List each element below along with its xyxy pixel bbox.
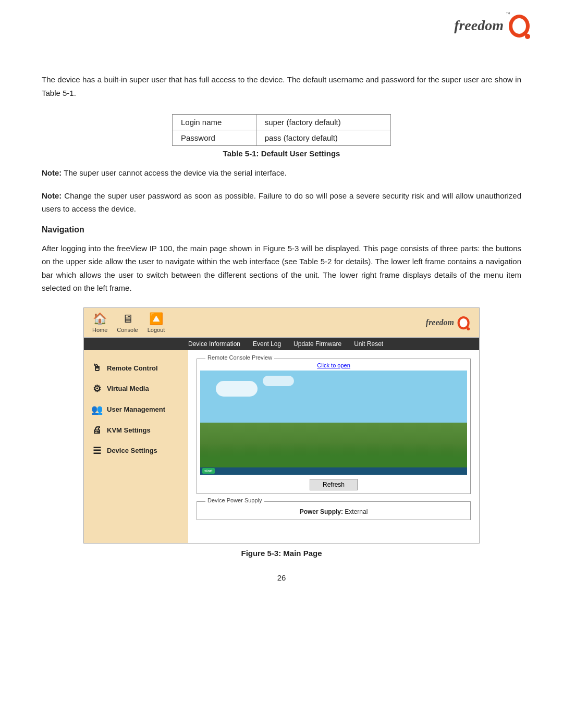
console-icon: 🖥: [122, 312, 133, 326]
page-number: 26: [42, 573, 521, 582]
table-cell-value-1: super (factory default): [256, 115, 390, 130]
mockup-nav-icons: 🏠 Home 🖥 Console 🔼 Logout: [92, 312, 165, 333]
table-row: Password pass (factory default): [173, 130, 391, 146]
ui-mockup: 🏠 Home 🖥 Console 🔼 Logout freedom: [83, 307, 480, 544]
virtual-media-icon: ⚙: [91, 383, 103, 394]
remote-control-icon: 🖱: [91, 363, 103, 374]
sidebar-item-device-settings[interactable]: ☰ Device Settings: [91, 445, 181, 456]
menu-unit-reset[interactable]: Unit Reset: [354, 340, 383, 348]
svg-point-1: [512, 18, 526, 34]
sidebar-item-label-user-management: User Management: [107, 405, 165, 413]
svg-point-8: [467, 327, 470, 330]
mockup-topbar: 🏠 Home 🖥 Console 🔼 Logout freedom: [84, 308, 479, 338]
device-settings-icon: ☰: [91, 445, 103, 456]
taskbar: start: [200, 467, 467, 475]
refresh-button-container: Refresh: [200, 479, 467, 490]
refresh-button[interactable]: Refresh: [310, 479, 358, 490]
logo-text: freedom: [454, 17, 504, 34]
mockup-logo-text: freedom: [426, 318, 454, 327]
cloud-2: [263, 376, 294, 386]
table-cell-label-1: Login name: [173, 115, 256, 130]
sidebar-item-label-remote-control: Remote Control: [107, 364, 158, 372]
note-2: Note: Change the super user password as …: [42, 189, 521, 216]
mockup-body: 🖱 Remote Control ⚙ Virtual Media 👥 User …: [84, 350, 479, 543]
logo-area: freedom ™: [454, 10, 532, 41]
mockup-nav-logout[interactable]: 🔼 Logout: [148, 312, 165, 333]
default-user-table-wrapper: Login name super (factory default) Passw…: [42, 114, 521, 158]
note-2-text: Change the super user password as soon a…: [42, 191, 521, 214]
logout-icon: 🔼: [149, 312, 163, 326]
table-cell-label-2: Password: [173, 130, 256, 146]
sidebar-item-kvm-settings[interactable]: 🖨 KVM Settings: [91, 425, 181, 436]
mockup-logo: freedom: [426, 314, 471, 331]
note-1: Note: The super user cannot access the d…: [42, 166, 521, 180]
figure-caption: Figure 5-3: Main Page: [42, 549, 521, 558]
mockup-logo-icon: [455, 314, 471, 331]
mockup-sidebar: 🖱 Remote Control ⚙ Virtual Media 👥 User …: [84, 350, 188, 543]
power-supply-key: Power Supply:: [300, 508, 343, 515]
hill: [200, 426, 467, 467]
table-cell-value-2: pass (factory default): [256, 130, 390, 146]
sidebar-item-label-kvm-settings: KVM Settings: [107, 426, 151, 434]
console-preview-box: Remote Console Preview Click to open sta…: [197, 359, 471, 494]
mockup-nav-home[interactable]: 🏠 Home: [92, 312, 107, 333]
menu-event-log[interactable]: Event Log: [253, 340, 281, 348]
menu-update-firmware[interactable]: Update Firmware: [293, 340, 341, 348]
sidebar-item-user-management[interactable]: 👥 User Management: [91, 404, 181, 415]
svg-text:™: ™: [506, 11, 510, 17]
svg-point-4: [525, 34, 530, 39]
logo-icon: ™: [505, 10, 532, 41]
mockup-right-content: Remote Console Preview Click to open sta…: [188, 350, 479, 543]
logout-label: Logout: [148, 327, 165, 333]
menu-device-info[interactable]: Device Information: [188, 340, 240, 348]
sidebar-item-label-device-settings: Device Settings: [107, 447, 157, 454]
sidebar-item-remote-control[interactable]: 🖱 Remote Control: [91, 363, 181, 374]
note-2-bold: Note:: [42, 191, 62, 200]
home-icon: 🏠: [93, 312, 107, 326]
console-label: Console: [117, 327, 138, 333]
default-user-table: Login name super (factory default) Passw…: [172, 114, 391, 146]
svg-point-6: [460, 318, 468, 327]
power-supply-text: Power Supply: External: [203, 506, 464, 515]
navigation-paragraph: After logging into the freeView IP 100, …: [42, 242, 521, 295]
mockup-menubar: Device Information Event Log Update Firm…: [84, 338, 479, 350]
intro-paragraph: The device has a built-in super user tha…: [42, 73, 521, 100]
table-row: Login name super (factory default): [173, 115, 391, 130]
console-preview-label: Remote Console Preview: [205, 354, 274, 361]
console-screen: start: [200, 371, 467, 475]
user-management-icon: 👥: [91, 404, 103, 415]
click-to-open-link[interactable]: Click to open: [200, 362, 467, 368]
note-1-bold: Note:: [42, 168, 62, 177]
table-caption: Table 5-1: Default User Settings: [223, 149, 340, 158]
home-label: Home: [92, 327, 107, 333]
navigation-heading: Navigation: [42, 225, 521, 235]
start-button[interactable]: start: [202, 468, 215, 474]
sidebar-item-virtual-media[interactable]: ⚙ Virtual Media: [91, 383, 181, 394]
power-supply-value: External: [345, 508, 368, 515]
power-supply-box: Device Power Supply Power Supply: Extern…: [197, 501, 471, 520]
kvm-settings-icon: 🖨: [91, 425, 103, 436]
freedom-logo: freedom ™: [454, 10, 532, 41]
mockup-nav-console[interactable]: 🖥 Console: [117, 312, 138, 333]
sidebar-item-label-virtual-media: Virtual Media: [107, 385, 149, 392]
power-supply-label: Device Power Supply: [205, 497, 264, 503]
note-1-text: The super user cannot access the device …: [62, 168, 287, 177]
cloud-1: [216, 381, 258, 397]
